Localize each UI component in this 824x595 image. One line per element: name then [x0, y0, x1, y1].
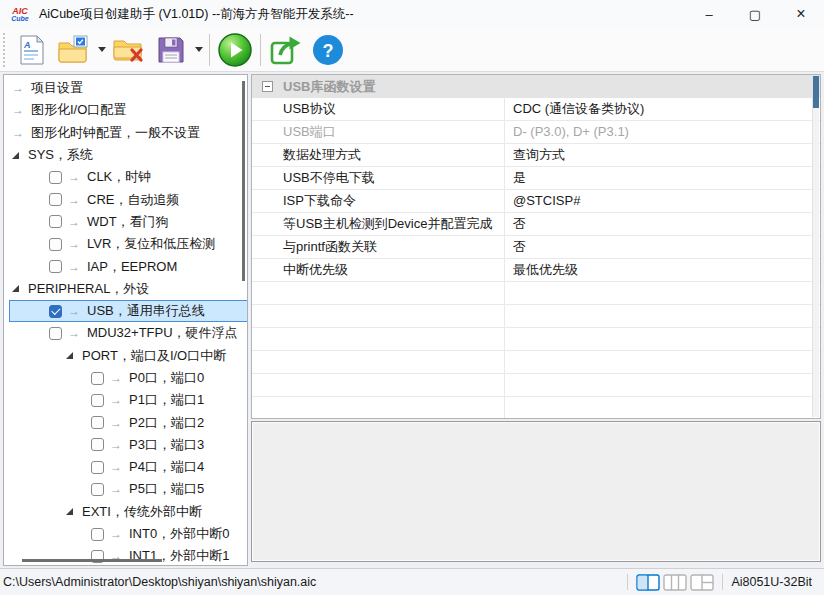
prop-label: USB不停电下载: [252, 167, 505, 189]
property-row[interactable]: 数据处理方式 查询方式: [252, 144, 820, 167]
layout-two-pane-icon[interactable]: [636, 574, 660, 591]
item-arrow-icon: →: [110, 393, 122, 407]
tree-item-checkbox[interactable]: [91, 528, 104, 541]
property-grid-panel: USB库函数设置 USB协议 CDC (通信设备类协议) USB端口 D- (P…: [251, 74, 821, 419]
tree-item-label: CLK，时钟: [87, 168, 151, 186]
titlebar: AIC Cube AiCube项目创建助手 (V1.01D) --前海方舟智能开…: [0, 0, 824, 28]
property-row[interactable]: ISP下载命令 @STCISP#: [252, 190, 820, 213]
tree-item[interactable]: → P1口，端口1: [4, 389, 247, 411]
open-project-button[interactable]: [53, 31, 95, 69]
tree-item[interactable]: → 图形化时钟配置，一般不设置: [4, 122, 247, 144]
open-project-dropdown[interactable]: [95, 31, 108, 69]
expand-triangle-icon[interactable]: [12, 152, 19, 159]
maximize-button[interactable]: ▢: [732, 0, 778, 28]
property-row[interactable]: 中断优先级 最低优先级: [252, 259, 820, 282]
collapse-minus-icon[interactable]: [262, 81, 273, 92]
close-project-button[interactable]: [108, 31, 150, 69]
close-button[interactable]: ×: [778, 0, 824, 28]
item-arrow-icon: →: [12, 126, 24, 140]
property-row[interactable]: USB协议 CDC (通信设备类协议): [252, 98, 820, 121]
tree-item-checkbox[interactable]: [49, 215, 62, 228]
tree-item[interactable]: → WDT，看门狗: [4, 211, 247, 233]
prop-label: USB端口: [252, 121, 505, 143]
minimize-button[interactable]: –: [686, 0, 732, 28]
property-group-title: USB库函数设置: [283, 78, 375, 96]
prop-value[interactable]: D- (P3.0), D+ (P3.1): [505, 121, 820, 143]
tree-item-checkbox[interactable]: [49, 327, 62, 340]
property-row[interactable]: USB不停电下载 是: [252, 167, 820, 190]
run-generate-button[interactable]: [214, 31, 256, 69]
property-row[interactable]: USB端口 D- (P3.0), D+ (P3.1): [252, 121, 820, 144]
toolbar-gripper[interactable]: [3, 33, 8, 67]
tree-item-label: SYS，系统: [28, 146, 93, 164]
property-group-header: USB库函数设置: [252, 75, 820, 98]
tree-item-checkbox[interactable]: [49, 171, 62, 184]
item-arrow-icon: →: [110, 438, 122, 452]
item-arrow-icon: →: [110, 482, 122, 496]
item-arrow-icon: →: [12, 81, 24, 95]
prop-value[interactable]: CDC (通信设备类协议): [505, 98, 820, 120]
tree-item[interactable]: → CLK，时钟: [4, 166, 247, 188]
tree-item-checkbox[interactable]: [91, 461, 104, 474]
tree-item-checkbox[interactable]: [49, 238, 62, 251]
tree-item[interactable]: → INT1，外部中断1: [4, 545, 247, 566]
tree-item-checkbox[interactable]: [91, 372, 104, 385]
prop-row-empty: [252, 305, 820, 328]
tree-item[interactable]: → MDU32+TFPU，硬件浮点: [4, 322, 247, 344]
tree-item-checkbox[interactable]: [49, 193, 62, 206]
tree-item[interactable]: PORT，端口及I/O口中断: [4, 345, 247, 367]
layout-split-pane-icon[interactable]: [690, 574, 714, 591]
tree-item[interactable]: → IAP，EEPROM: [4, 255, 247, 277]
tree-item-checkbox[interactable]: [49, 260, 62, 273]
tree-item[interactable]: → 图形化I/O口配置: [4, 99, 247, 121]
expand-triangle-icon[interactable]: [12, 285, 19, 292]
save-project-dropdown[interactable]: [192, 31, 205, 69]
help-button[interactable]: ?: [307, 31, 349, 69]
tree-item-label: 图形化时钟配置，一般不设置: [31, 124, 200, 142]
window-title: AiCube项目创建助手 (V1.01D) --前海方舟智能开发系统--: [39, 6, 354, 23]
chevron-down-icon: [195, 47, 203, 52]
tree-item[interactable]: → INT0，外部中断0: [4, 523, 247, 545]
new-document-icon: A: [19, 35, 45, 65]
tree-item-label: USB，通用串行总线: [87, 302, 205, 320]
expand-triangle-icon[interactable]: [66, 352, 73, 359]
tree-item[interactable]: → P5口，端口5: [4, 478, 247, 500]
tree-item-checkbox[interactable]: [49, 305, 62, 318]
prop-value[interactable]: 是: [505, 167, 820, 189]
export-code-button[interactable]: [265, 31, 307, 69]
prop-label: 等USB主机检测到Device并配置完成: [252, 213, 505, 235]
tree-item[interactable]: EXTI，传统外部中断: [4, 501, 247, 523]
tree-vertical-scrollbar[interactable]: [242, 81, 245, 281]
tree-item[interactable]: → P0口，端口0: [4, 367, 247, 389]
grid-scrollbar-thumb[interactable]: [813, 76, 819, 108]
tree-item[interactable]: → USB，通用串行总线: [4, 300, 247, 322]
tree-item[interactable]: → P4口，端口4: [4, 456, 247, 478]
tree-item[interactable]: → 项目设置: [4, 77, 247, 99]
tree-item-checkbox[interactable]: [91, 438, 104, 451]
expand-triangle-icon[interactable]: [66, 508, 73, 515]
prop-value[interactable]: 否: [505, 236, 820, 258]
tree-item[interactable]: PERIPHERAL，外设: [4, 278, 247, 300]
save-project-button[interactable]: [150, 31, 192, 69]
tree-item-checkbox[interactable]: [91, 416, 104, 429]
prop-value[interactable]: 查询方式: [505, 144, 820, 166]
tree-item[interactable]: → P3口，端口3: [4, 434, 247, 456]
tree-item[interactable]: → LVR，复位和低压检测: [4, 233, 247, 255]
help-question-icon: ?: [312, 34, 344, 66]
prop-value[interactable]: 否: [505, 213, 820, 235]
new-project-button[interactable]: A: [11, 31, 53, 69]
property-row[interactable]: 与printf函数关联 否: [252, 236, 820, 259]
tree-item-checkbox[interactable]: [91, 483, 104, 496]
grid-vertical-scrollbar[interactable]: [812, 76, 819, 417]
item-arrow-icon: →: [68, 326, 80, 340]
tree-item-checkbox[interactable]: [91, 394, 104, 407]
tree-item[interactable]: → CRE，自动追频: [4, 188, 247, 210]
prop-value[interactable]: @STCISP#: [505, 190, 820, 212]
tree-item[interactable]: SYS，系统: [4, 144, 247, 166]
tree-horizontal-scrollbar[interactable]: [22, 559, 162, 562]
tree-item[interactable]: → P2口，端口2: [4, 411, 247, 433]
prop-value[interactable]: 最低优先级: [505, 259, 820, 281]
layout-three-pane-icon[interactable]: [663, 574, 687, 591]
property-row[interactable]: 等USB主机检测到Device并配置完成 否: [252, 213, 820, 236]
item-arrow-icon: →: [68, 170, 80, 184]
